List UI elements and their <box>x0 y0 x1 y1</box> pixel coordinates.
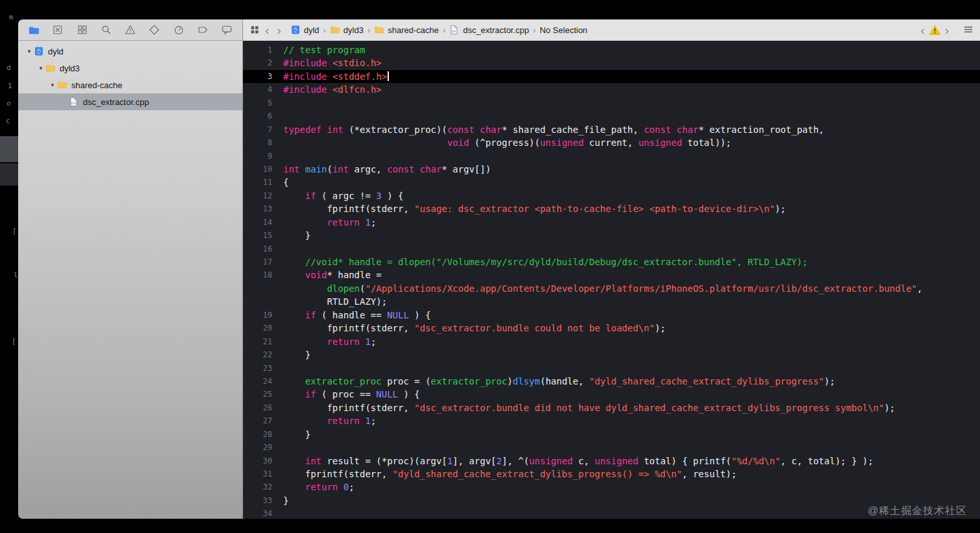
line-number[interactable]: 17 <box>243 255 283 268</box>
code-line[interactable]: 17 //void* handle = dlopen("/Volumes/my/… <box>243 255 980 268</box>
code-line[interactable]: RTLD_LAZY); <box>243 295 980 308</box>
code-line[interactable]: 20 fprintf(stderr, "dsc_extractor.bundle… <box>243 322 980 335</box>
breadcrumb-item-dyld[interactable]: dyld <box>290 25 320 35</box>
code-line[interactable]: 4#include <dlfcn.h> <box>243 83 980 96</box>
code-line[interactable]: 14 return 1; <box>243 216 980 229</box>
project-navigator-sidebar: ▾dyld▾dyld3▾shared-cachec+dsc_extractor.… <box>18 41 243 519</box>
line-number[interactable]: 12 <box>243 189 283 202</box>
code-line[interactable]: 1// test program <box>243 43 980 56</box>
line-number[interactable]: 3 <box>243 70 283 83</box>
line-number[interactable]: 2 <box>243 56 283 69</box>
code-line[interactable]: 6 <box>243 110 980 123</box>
code-line[interactable]: 3#include <stddef.h> <box>243 70 980 83</box>
find-navigator-icon[interactable] <box>100 23 113 36</box>
line-number[interactable]: 9 <box>243 150 283 163</box>
code-text: #include <dlfcn.h> <box>283 84 382 95</box>
line-number[interactable]: 34 <box>243 507 283 519</box>
line-number[interactable]: 16 <box>243 243 283 255</box>
disclosure-triangle-icon[interactable]: ▾ <box>25 48 34 54</box>
line-number[interactable]: 20 <box>243 322 283 335</box>
line-number[interactable]: 21 <box>243 335 283 348</box>
related-items-icon[interactable] <box>250 25 260 35</box>
line-number[interactable]: 22 <box>243 348 283 361</box>
disclosure-triangle-icon[interactable]: ▾ <box>48 82 57 88</box>
line-number[interactable]: 4 <box>243 83 283 96</box>
test-navigator-icon[interactable] <box>148 23 161 36</box>
report-navigator-icon[interactable] <box>220 23 233 36</box>
line-number[interactable]: 13 <box>243 202 283 215</box>
code-line[interactable]: 8 void (^progress)(unsigned current, uns… <box>243 136 980 149</box>
code-line[interactable]: 25 if ( proc == NULL ) { <box>243 388 980 401</box>
code-line[interactable]: dlopen("/Applications/Xcode.app/Contents… <box>243 282 980 295</box>
code-line[interactable]: 23 <box>243 362 980 375</box>
breadcrumb-item-shared-cache[interactable]: shared-cache <box>374 25 439 35</box>
code-line[interactable]: 24 extractor_proc proc = (extractor_proc… <box>243 375 980 388</box>
back-button[interactable]: ‹ <box>262 24 272 36</box>
code-editor[interactable]: 1// test program2#include <stdio.h>3#inc… <box>243 41 980 519</box>
line-number[interactable]: 8 <box>243 136 283 149</box>
line-number[interactable]: 19 <box>243 309 283 322</box>
code-line[interactable]: 16 <box>243 243 980 255</box>
code-line[interactable]: 2#include <stdio.h> <box>243 56 980 69</box>
code-line[interactable]: 5 <box>243 97 980 110</box>
breadcrumb-item-dsc-extractor-cpp[interactable]: c+dsc_extractor.cpp <box>449 25 529 35</box>
code-line[interactable]: 28 } <box>243 428 980 441</box>
line-number[interactable]: 29 <box>243 441 283 454</box>
line-number[interactable]: 32 <box>243 480 283 493</box>
debug-navigator-icon[interactable] <box>172 23 185 36</box>
code-line[interactable]: 11{ <box>243 176 980 189</box>
line-number[interactable]: 24 <box>243 375 283 388</box>
line-number[interactable]: 23 <box>243 362 283 375</box>
breadcrumb-item-no-selection[interactable]: No Selection <box>540 25 588 35</box>
code-line[interactable]: 9 <box>243 150 980 163</box>
tree-item-dyld3[interactable]: ▾dyld3 <box>18 60 242 77</box>
tree-item-shared-cache[interactable]: ▾shared-cache <box>18 77 242 93</box>
code-line[interactable]: 18 void* handle = <box>243 268 980 281</box>
background-text-fragment: l <box>14 271 18 279</box>
tree-item-dsc-extractor-cpp[interactable]: c+dsc_extractor.cpp <box>18 93 242 110</box>
line-number[interactable]: 7 <box>243 123 283 136</box>
disclosure-triangle-icon[interactable]: ▾ <box>36 65 45 71</box>
editor-options-icon[interactable] <box>963 25 974 35</box>
line-number[interactable]: 15 <box>243 229 283 242</box>
line-number[interactable]: 10 <box>243 163 283 176</box>
breakpoint-navigator-icon[interactable] <box>196 23 209 36</box>
code-line[interactable]: 30 int result = (*proc)(argv[1], argv[2]… <box>243 455 980 468</box>
line-number[interactable]: 26 <box>243 401 283 414</box>
warning-icon[interactable] <box>929 25 941 36</box>
line-number[interactable]: 6 <box>243 110 283 123</box>
code-line[interactable]: 31 fprintf(stderr, "dyld_shared_cache_ex… <box>243 468 980 480</box>
issue-navigator-icon[interactable] <box>124 23 137 36</box>
code-line[interactable]: 26 fprintf(stderr, "dsc_extractor.bundle… <box>243 401 980 414</box>
line-number[interactable]: 11 <box>243 176 283 189</box>
line-number[interactable]: 31 <box>243 468 283 480</box>
line-number[interactable]: 5 <box>243 97 283 110</box>
tree-item-dyld[interactable]: ▾dyld <box>18 43 242 60</box>
forward-button[interactable]: › <box>274 24 283 36</box>
line-number[interactable]: 30 <box>243 455 283 468</box>
code-line[interactable]: 15 } <box>243 229 980 242</box>
source-control-navigator-icon[interactable] <box>51 23 64 36</box>
code-line[interactable]: 13 fprintf(stderr, "usage: dsc_extractor… <box>243 202 980 215</box>
line-number[interactable]: 33 <box>243 494 283 507</box>
line-number[interactable]: 14 <box>243 216 283 229</box>
code-line[interactable]: 29 <box>243 441 980 454</box>
code-line[interactable]: 27 return 1; <box>243 414 980 427</box>
line-number[interactable]: 25 <box>243 388 283 401</box>
next-issue-button[interactable]: › <box>942 24 951 36</box>
line-number[interactable]: 27 <box>243 414 283 427</box>
previous-issue-button[interactable]: ‹ <box>918 24 927 36</box>
code-line[interactable]: 22 } <box>243 348 980 361</box>
project-navigator-icon[interactable] <box>27 23 40 36</box>
code-line[interactable]: 19 if ( handle == NULL ) { <box>243 309 980 322</box>
code-line[interactable]: 32 return 0; <box>243 480 980 493</box>
code-line[interactable]: 10int main(int argc, const char* argv[]) <box>243 163 980 176</box>
line-number[interactable]: 28 <box>243 428 283 441</box>
line-number[interactable]: 1 <box>243 43 283 56</box>
line-number[interactable]: 18 <box>243 268 283 281</box>
code-line[interactable]: 12 if ( argc != 3 ) { <box>243 189 980 202</box>
breadcrumb-item-dyld3[interactable]: dyld3 <box>330 25 364 35</box>
symbol-navigator-icon[interactable] <box>76 23 89 36</box>
code-line[interactable]: 21 return 1; <box>243 335 980 348</box>
code-line[interactable]: 7typedef int (*extractor_proc)(const cha… <box>243 123 980 136</box>
